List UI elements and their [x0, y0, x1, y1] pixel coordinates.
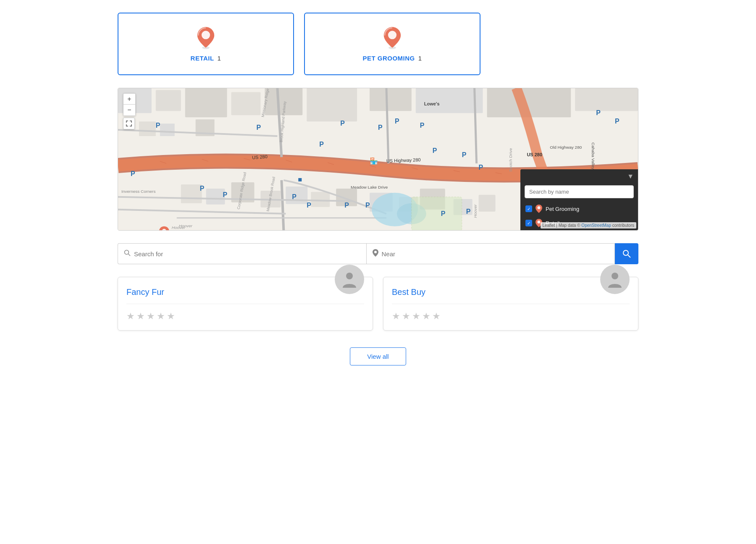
- svg-rect-16: [160, 124, 175, 136]
- search-submit-button[interactable]: [615, 243, 638, 264]
- fancy-fur-card: Fancy Fur ★ ★ ★ ★ ★: [118, 277, 373, 331]
- best-buy-avatar-icon: [606, 271, 623, 288]
- svg-rect-24: [206, 189, 225, 205]
- svg-text:P: P: [223, 191, 228, 198]
- svg-rect-10: [307, 88, 357, 121]
- svg-rect-47: [412, 197, 462, 230]
- best-buy-name[interactable]: Best Buy: [392, 287, 425, 297]
- best-buy-content: Best Buy ★ ★ ★ ★ ★: [383, 277, 638, 330]
- osm-link[interactable]: OpenStreetMap: [581, 223, 611, 228]
- near-wrapper: [366, 243, 615, 264]
- svg-text:P: P: [596, 109, 601, 116]
- retail-count: 1: [218, 55, 221, 62]
- svg-text:Hoover: Hoover: [473, 204, 478, 218]
- search-for-icon: [124, 250, 131, 258]
- svg-rect-12: [416, 88, 483, 113]
- pet-grooming-count: 1: [418, 55, 422, 62]
- svg-point-98: [612, 273, 618, 279]
- svg-text:P: P: [378, 124, 383, 131]
- near-input[interactable]: [382, 250, 609, 258]
- svg-point-92: [125, 250, 129, 255]
- retail-pin-icon: [194, 26, 218, 50]
- near-location-icon: [373, 249, 378, 258]
- overlay-collapse-button[interactable]: ▼: [627, 173, 634, 180]
- svg-point-94: [374, 251, 377, 253]
- svg-text:P: P: [441, 210, 446, 217]
- svg-text:P: P: [615, 118, 620, 125]
- search-for-input[interactable]: [134, 250, 360, 258]
- pet-grooming-filter-icon: [536, 205, 542, 213]
- svg-text:Meadow Lake Drive: Meadow Lake Drive: [351, 185, 388, 189]
- svg-text:P: P: [340, 120, 345, 127]
- zoom-out-button[interactable]: −: [123, 105, 135, 116]
- pet-grooming-category-card[interactable]: PET GROOMING 1: [304, 13, 480, 75]
- pet-grooming-text: PET GROOMING: [362, 55, 415, 62]
- svg-text:Cahaba Valley: Cahaba Valley: [591, 142, 596, 169]
- svg-text:P: P: [462, 151, 467, 158]
- overlay-search-area: [525, 185, 634, 198]
- search-bar: [118, 243, 638, 264]
- business-cards-section: Fancy Fur ★ ★ ★ ★ ★ Best Buy: [118, 277, 638, 331]
- best-buy-card: Best Buy ★ ★ ★ ★ ★: [383, 277, 638, 331]
- svg-text:P: P: [307, 202, 311, 209]
- svg-rect-79: [298, 178, 302, 181]
- search-for-wrapper: [118, 243, 366, 264]
- svg-rect-11: [370, 88, 412, 111]
- overlay-header: ▼: [520, 169, 638, 184]
- svg-rect-8: [231, 92, 261, 115]
- svg-text:P: P: [292, 193, 297, 200]
- svg-text:P: P: [256, 124, 261, 131]
- pet-grooming-label: PET GROOMING 1: [362, 55, 422, 62]
- svg-rect-22: [479, 195, 496, 212]
- svg-text:🏪: 🏪: [370, 157, 378, 165]
- svg-point-1: [202, 31, 210, 39]
- retail-category-card[interactable]: RETAIL 1: [118, 13, 294, 75]
- fancy-fur-avatar: [335, 265, 364, 294]
- best-buy-avatar: [600, 265, 630, 294]
- svg-rect-6: [156, 90, 181, 111]
- svg-text:Old Highway 280: Old Highway 280: [550, 145, 582, 150]
- view-all-button[interactable]: View all: [350, 347, 406, 365]
- svg-text:Lowe's: Lowe's: [424, 101, 440, 106]
- svg-text:Hoover: Hoover: [172, 225, 186, 230]
- category-cards-section: RETAIL 1 PET GROOMING 1: [118, 13, 638, 75]
- svg-point-90: [538, 206, 541, 209]
- svg-line-96: [628, 255, 630, 258]
- fancy-fur-name[interactable]: Fancy Fur: [126, 287, 164, 297]
- svg-point-91: [538, 221, 541, 223]
- zoom-in-button[interactable]: +: [123, 94, 135, 105]
- map-background: P P P P P P P P P P P P P P P P P P P P: [118, 88, 638, 230]
- svg-text:P: P: [319, 141, 324, 148]
- map-attribution: Leaflet | Map data © OpenStreetMap contr…: [541, 222, 636, 229]
- svg-point-3: [388, 31, 396, 39]
- fancy-fur-stars: ★ ★ ★ ★ ★: [126, 311, 364, 322]
- svg-text:US 280: US 280: [252, 154, 268, 160]
- pet-grooming-filter-label: Pet Grooming: [546, 206, 579, 212]
- view-all-section: View all: [118, 347, 638, 365]
- pet-grooming-checkbox[interactable]: ✓: [525, 205, 532, 212]
- best-buy-divider: [392, 304, 630, 304]
- pet-grooming-filter[interactable]: ✓ Pet Grooming: [520, 202, 638, 216]
- search-submit-icon: [622, 250, 631, 258]
- map-expand-button[interactable]: [123, 118, 135, 129]
- fancy-fur-avatar-icon: [341, 271, 358, 288]
- retail-text: RETAIL: [191, 55, 214, 62]
- attribution-text: Leaflet | Map data ©: [543, 223, 582, 228]
- svg-text:P: P: [156, 122, 160, 129]
- map-filter-overlay: ▼ ✓ Pet Grooming ✓: [520, 169, 638, 230]
- svg-text:P: P: [479, 164, 483, 171]
- svg-point-95: [623, 250, 628, 255]
- map-search-input[interactable]: [525, 185, 634, 198]
- map-zoom-controls: + −: [123, 93, 136, 116]
- svg-text:P: P: [466, 208, 471, 215]
- fancy-fur-divider: [126, 304, 364, 304]
- retail-checkbox[interactable]: ✓: [525, 220, 532, 226]
- svg-line-93: [129, 254, 131, 256]
- svg-text:P: P: [200, 185, 205, 192]
- svg-rect-28: [311, 192, 330, 207]
- map-container[interactable]: P P P P P P P P P P P P P P P P P P P P: [118, 88, 638, 231]
- fancy-fur-content: Fancy Fur ★ ★ ★ ★ ★: [118, 277, 373, 330]
- svg-rect-15: [139, 121, 156, 136]
- svg-rect-27: [286, 187, 307, 204]
- svg-text:P: P: [365, 202, 370, 209]
